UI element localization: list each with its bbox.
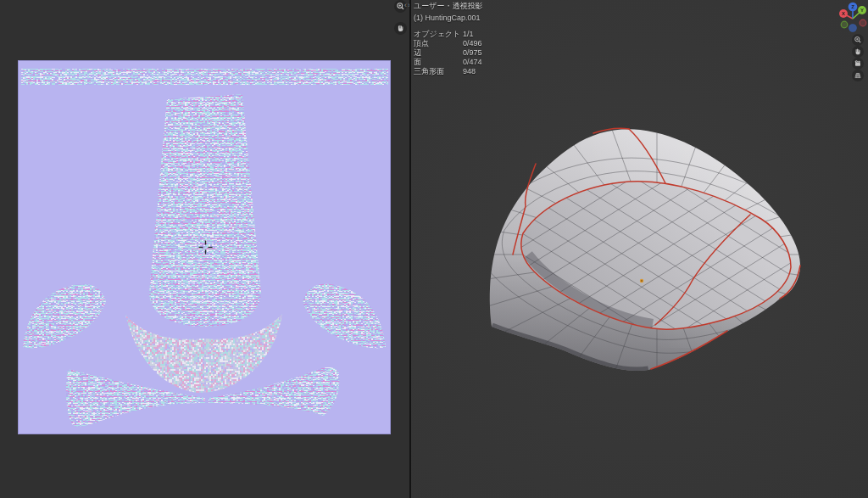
axis-y-label: Y	[860, 8, 864, 13]
axis-z-negative-handle[interactable]	[849, 25, 856, 31]
viewport-zoom-button[interactable]	[852, 34, 864, 46]
camera-view-button[interactable]	[852, 58, 864, 70]
stats-row: 三角形面 948	[414, 67, 482, 76]
pan-hand-icon	[853, 47, 863, 57]
stats-label: 三角形面	[414, 67, 463, 76]
active-object-label: (1) HuntingCap.001	[414, 14, 481, 23]
stats-row: オブジェクト 1/1	[414, 30, 482, 39]
uv-editor-panel: ‹›	[0, 0, 409, 498]
viewport-3d-panel: ユーザー・透視投影 (1) HuntingCap.001 オブジェクト 1/1 …	[411, 0, 868, 498]
stats-label: オブジェクト	[414, 30, 463, 39]
perspective-grid-icon	[853, 70, 863, 81]
axis-y-negative-handle[interactable]	[841, 21, 848, 28]
stats-row: 頂点 0/496	[414, 39, 482, 48]
navigation-gizmo[interactable]: X Z Y	[835, 1, 868, 36]
statistics-overlay: オブジェクト 1/1 頂点 0/496 辺 0/975 面 0/474 三角形面…	[414, 30, 482, 76]
pan-button[interactable]	[394, 22, 407, 35]
stats-label: 辺	[414, 48, 463, 58]
stats-value: 1/1	[463, 30, 482, 39]
camera-icon	[853, 59, 863, 69]
axis-z-label: Z	[851, 4, 854, 9]
zoom-icon	[853, 35, 863, 45]
stats-value: 0/474	[463, 58, 482, 67]
axis-x-negative-handle[interactable]	[860, 20, 866, 26]
stats-value: 0/496	[463, 39, 482, 48]
viewport-pan-button[interactable]	[852, 46, 864, 58]
view-mode-label: ユーザー・透視投影	[414, 2, 482, 11]
stats-label: 面	[414, 58, 463, 67]
stats-value: 948	[463, 67, 482, 76]
stats-row: 辺 0/975	[414, 48, 482, 58]
pan-hand-icon	[395, 23, 406, 34]
stats-value: 0/975	[463, 48, 482, 58]
axis-x-label: X	[842, 11, 845, 16]
blender-window: ‹› ユーザー・透視投影 (1) HuntingCap.001 オブジェクト 1…	[0, 0, 868, 498]
uv-2d-cursor-icon[interactable]	[198, 240, 213, 255]
stats-label: 頂点	[414, 39, 463, 48]
perspective-toggle-button[interactable]	[852, 70, 864, 81]
stats-row: 面 0/474	[414, 58, 482, 67]
